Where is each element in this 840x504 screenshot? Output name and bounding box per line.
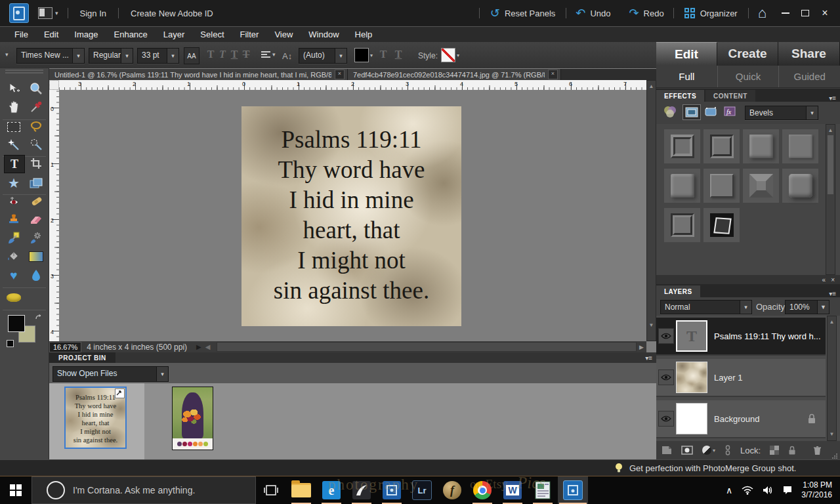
delete-layer-icon[interactable] xyxy=(813,446,822,455)
tab-quick[interactable]: Quick xyxy=(718,66,780,87)
bevel-thumbnail-9[interactable] xyxy=(664,208,700,242)
scroll-up-icon[interactable]: ▲ xyxy=(828,318,836,327)
menu-window[interactable]: Window xyxy=(301,30,346,39)
menu-view[interactable]: View xyxy=(266,30,301,39)
menu-edit[interactable]: Edit xyxy=(36,30,66,39)
text-warp-button[interactable]: T xyxy=(377,49,389,60)
layer-row-background[interactable]: Background xyxy=(656,400,826,438)
blend-mode-select[interactable]: Normal ▾ xyxy=(660,300,752,314)
scrollbar-thumb[interactable] xyxy=(828,135,833,194)
layers-scrollbar[interactable]: ▲ ▼ xyxy=(827,316,837,441)
bevel-thumbnail-10[interactable] xyxy=(704,208,740,242)
volume-icon[interactable] xyxy=(763,486,773,495)
layer-mask-icon[interactable] xyxy=(681,446,693,455)
close-tab-icon[interactable]: × xyxy=(548,70,558,79)
minimize-button[interactable] xyxy=(776,6,795,20)
background-layer-thumbnail[interactable] xyxy=(676,403,707,434)
hand-tool[interactable] xyxy=(4,98,24,116)
move-tool[interactable] xyxy=(4,80,24,97)
resize-grip-icon[interactable] xyxy=(831,453,838,459)
zoom-level-field[interactable]: 16.67% xyxy=(49,342,81,352)
lasso-tool[interactable] xyxy=(26,118,46,135)
text-layer-thumbnail[interactable]: T xyxy=(676,320,707,352)
home-button[interactable]: ⌂ xyxy=(758,6,766,20)
menu-filter[interactable]: Filter xyxy=(232,30,267,39)
collapse-panel-icon[interactable]: « xyxy=(822,276,826,284)
menu-help[interactable]: Help xyxy=(347,30,381,39)
reset-panels-button[interactable]: ↺ Reset Panels xyxy=(490,7,555,19)
panel-menu-icon[interactable]: ▾≡ xyxy=(645,354,652,362)
bin-thumbnail-bouquet[interactable] xyxy=(172,387,213,450)
leading-select[interactable]: (Auto) ▾ xyxy=(299,48,347,64)
bevel-thumbnail-6[interactable] xyxy=(704,169,740,203)
task-view-button[interactable] xyxy=(256,476,286,504)
faux-bold-button[interactable]: T xyxy=(205,49,217,60)
default-colors-icon[interactable] xyxy=(7,340,14,347)
scroll-down-icon[interactable]: ▼ xyxy=(828,430,836,439)
scroll-up-icon[interactable]: ▲ xyxy=(647,82,656,91)
text-orientation-button[interactable]: T xyxy=(392,49,404,60)
swap-colors-icon[interactable] xyxy=(34,314,43,322)
bin-thumbnail-psalms[interactable]: Psalms 119:11 Thy word have I hid in min… xyxy=(64,387,127,449)
filters-category-button[interactable] xyxy=(662,104,679,119)
layer-name[interactable]: Layer 1 xyxy=(714,373,826,383)
panel-menu-icon[interactable]: ▾≡ xyxy=(829,94,836,102)
tool-options-caret-icon[interactable]: ▾ xyxy=(5,51,9,58)
file-explorer-button[interactable] xyxy=(286,476,316,504)
clone-stamp-tool[interactable] xyxy=(4,211,24,228)
bevel-thumbnail-8[interactable] xyxy=(782,169,818,203)
tab-full[interactable]: Full xyxy=(656,66,718,87)
text-align-button[interactable]: ▾ xyxy=(261,50,276,59)
layer-name[interactable]: Background xyxy=(714,414,807,424)
toolbox-grip[interactable] xyxy=(5,72,43,74)
detail-smart-brush-tool[interactable] xyxy=(26,230,46,247)
bin-filter-select[interactable]: Show Open Files ▾ xyxy=(52,366,169,382)
shape-tool[interactable]: ♥ xyxy=(4,266,24,284)
anti-alias-button[interactable]: AA xyxy=(184,47,200,64)
tab-edit[interactable]: Edit xyxy=(656,42,717,66)
organizer-button[interactable]: Organizer xyxy=(684,8,738,18)
menu-select[interactable]: Select xyxy=(192,30,232,39)
bevel-thumbnail-1[interactable] xyxy=(664,129,700,163)
close-panel-icon[interactable]: × xyxy=(831,276,835,284)
lightroom-button[interactable]: Lr xyxy=(407,476,437,504)
document-app-button[interactable] xyxy=(528,476,558,504)
scroll-right-icon[interactable]: ▶ xyxy=(639,344,644,350)
sign-in-link[interactable]: Sign In xyxy=(80,9,106,18)
taskbar-clock[interactable]: 1:08 PM 3/7/2016 xyxy=(801,480,832,500)
layer-styles-category-button[interactable] xyxy=(682,104,701,120)
font-size-select[interactable]: 33 pt ▾ xyxy=(137,48,179,64)
chrome-button[interactable] xyxy=(467,476,497,504)
link-layers-icon[interactable] xyxy=(724,445,731,455)
text-color-picker[interactable]: ▾ xyxy=(354,48,373,62)
lock-all-icon[interactable] xyxy=(788,446,796,455)
menu-layer[interactable]: Layer xyxy=(156,30,193,39)
font-family-select[interactable]: Times New ... ▾ xyxy=(16,48,85,64)
word-button[interactable]: W xyxy=(497,476,528,504)
status-next-icon[interactable]: ▶ xyxy=(196,343,201,350)
tab-content[interactable]: CONTENT xyxy=(705,90,755,102)
spot-healing-brush-tool[interactable] xyxy=(26,193,46,210)
opacity-select[interactable]: 100% ▼ xyxy=(785,300,830,314)
photoshop-elements-taskbar-button[interactable] xyxy=(558,476,588,504)
layer-style-picker[interactable]: ▾ xyxy=(441,48,459,62)
create-adobe-id-link[interactable]: Create New Adobe ID xyxy=(131,9,213,18)
status-prev-icon[interactable]: ◀ xyxy=(205,343,211,350)
restore-button[interactable] xyxy=(795,6,815,20)
menu-enhance[interactable]: Enhance xyxy=(106,30,156,39)
wifi-icon[interactable] xyxy=(742,486,753,495)
bevel-thumbnail-5[interactable] xyxy=(664,169,700,203)
photo-effects-category-button[interactable] xyxy=(702,104,719,119)
smart-brush-tool[interactable] xyxy=(4,230,24,247)
new-layer-icon[interactable] xyxy=(662,446,672,455)
tab-guided[interactable]: Guided xyxy=(779,66,840,87)
tab-share[interactable]: Share xyxy=(778,42,840,66)
bevel-thumbnail-2[interactable] xyxy=(704,129,740,163)
close-tab-icon[interactable]: × xyxy=(335,70,345,79)
all-effects-category-button[interactable]: fx xyxy=(722,104,739,119)
tab-create[interactable]: Create xyxy=(717,42,778,66)
ruler-origin-box[interactable] xyxy=(49,80,59,90)
canvas-vertical-scrollbar[interactable]: ▲ ▼ xyxy=(646,80,656,341)
swoosh-app-button[interactable] xyxy=(346,476,377,504)
visibility-toggle[interactable] xyxy=(658,369,674,385)
